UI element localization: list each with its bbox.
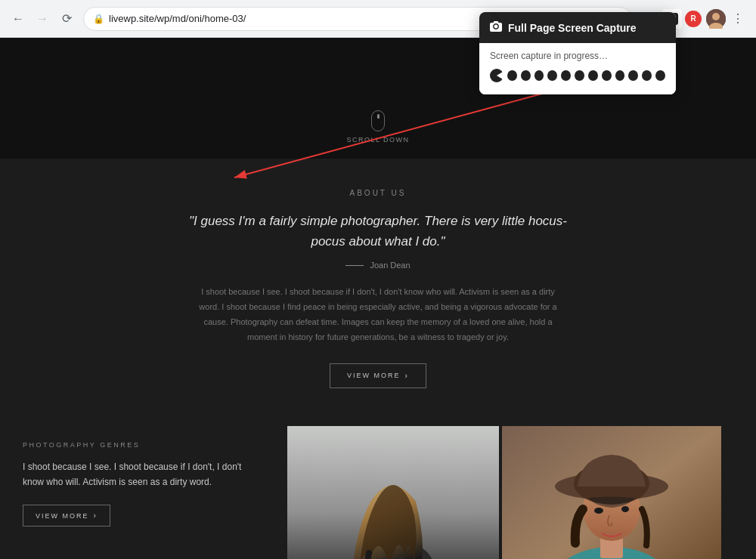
popup-title: Full Page Screen Capture [508, 22, 637, 34]
progress-dot-12 [655, 70, 665, 81]
progress-dot-3 [534, 70, 544, 81]
svg-point-17 [594, 508, 603, 514]
genres-section: PHOTOGRAPHY GENRES I shoot because I see… [0, 411, 756, 559]
scroll-down: SCROLL DOWN [346, 110, 409, 144]
about-section: ABOUT US "I guess I'm a fairly simple ph… [0, 159, 756, 411]
progress-dot-11 [642, 70, 652, 81]
progress-dot-7 [588, 70, 598, 81]
center-photo [287, 426, 499, 559]
about-author: Joan Dean [15, 261, 741, 270]
progress-dot-4 [547, 70, 557, 81]
back-button[interactable]: ← [8, 8, 29, 29]
photo-grid: N 0.3 EDITORIAL [287, 426, 756, 559]
view-more-label: VIEW MORE [347, 372, 401, 379]
progress-dot-1 [507, 70, 517, 81]
progress-dot-9 [615, 70, 625, 81]
genres-label: PHOTOGRAPHY GENRES [23, 441, 265, 449]
about-view-more-button[interactable]: VIEW MORE › [330, 363, 426, 388]
about-label: ABOUT US [15, 189, 741, 197]
progress-dots [490, 69, 665, 91]
popup-body: Screen capture in progress… [479, 43, 676, 94]
red-dot-icon: R [685, 11, 702, 27]
progress-dot-2 [521, 70, 531, 81]
progress-dot-5 [561, 70, 571, 81]
progress-dot-6 [575, 70, 584, 81]
genres-view-more-button[interactable]: VIEW MORE › [23, 505, 110, 527]
genres-chevron-icon: › [94, 511, 98, 520]
popup-header: Full Page Screen Capture [479, 12, 676, 43]
profile-avatar[interactable] [706, 9, 726, 29]
genres-left: PHOTOGRAPHY GENRES I shoot because I see… [0, 426, 287, 559]
page-content: SCROLL DOWN ABOUT US "I guess I'm a fair… [0, 38, 756, 559]
pacman-dot [490, 69, 503, 82]
svg-point-4 [712, 13, 720, 20]
extension-popup: Full Page Screen Capture Screen capture … [479, 12, 676, 94]
lock-icon: 🔒 [93, 14, 104, 24]
author-name: Joan Dean [370, 261, 410, 270]
scroll-icon [371, 110, 385, 131]
chevron-icon: › [405, 372, 409, 380]
menu-button[interactable]: ⋮ [727, 8, 748, 29]
genres-view-more-label: VIEW MORE [36, 512, 89, 520]
author-line [345, 265, 364, 266]
popup-status: Screen capture in progress… [490, 51, 665, 61]
about-body: I shoot because I see. I shoot because i… [197, 285, 559, 344]
svg-point-18 [621, 506, 629, 512]
scroll-label: SCROLL DOWN [346, 136, 409, 144]
progress-dot-8 [602, 70, 612, 81]
scroll-dot [377, 114, 380, 119]
progress-dot-10 [628, 70, 638, 81]
right-photo: N 0.3 EDITORIAL [502, 426, 721, 559]
popup-camera-icon [490, 21, 502, 34]
genres-description: I shoot because I see. I shoot because i… [23, 459, 265, 490]
forward-button[interactable]: → [32, 8, 53, 29]
about-quote: "I guess I'm a fairly simple photographe… [181, 211, 575, 252]
reload-button[interactable]: ⟳ [56, 8, 77, 29]
nav-buttons: ← → ⟳ [8, 8, 77, 29]
